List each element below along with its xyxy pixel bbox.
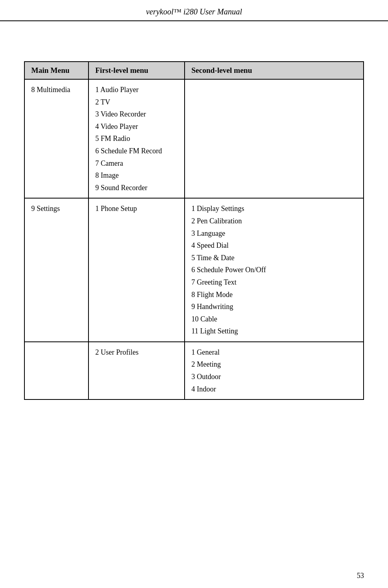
main-menu-cell (24, 342, 88, 399)
second-level-cell: 1 Display Settings2 Pen Calibration3 Lan… (185, 198, 364, 342)
col-header-first-level: First-level menu (88, 62, 185, 79)
table-row: 8 Multimedia1 Audio Player2 TV3 Video Re… (24, 79, 364, 198)
second-level-cell: 1 General2 Meeting3 Outdoor4 Indoor (185, 342, 364, 399)
main-menu-cell: 8 Multimedia (24, 79, 88, 198)
main-menu-cell: 9 Settings (24, 198, 88, 342)
col-header-second-level: Second-level menu (185, 62, 364, 79)
table-row: 2 User Profiles1 General2 Meeting3 Outdo… (24, 342, 364, 399)
main-table: Main Menu First-level menu Second-level … (24, 61, 364, 400)
page-header: verykool™ i280 User Manual (0, 0, 388, 21)
first-level-cell: 1 Phone Setup (88, 198, 185, 342)
header-title: verykool™ i280 User Manual (146, 7, 242, 16)
col-header-main-menu: Main Menu (24, 62, 88, 79)
page-number: 53 (357, 572, 364, 580)
second-level-cell (185, 79, 364, 198)
first-level-cell: 1 Audio Player2 TV3 Video Recorder4 Vide… (88, 79, 185, 198)
first-level-cell: 2 User Profiles (88, 342, 185, 399)
table-row: 9 Settings1 Phone Setup1 Display Setting… (24, 198, 364, 342)
